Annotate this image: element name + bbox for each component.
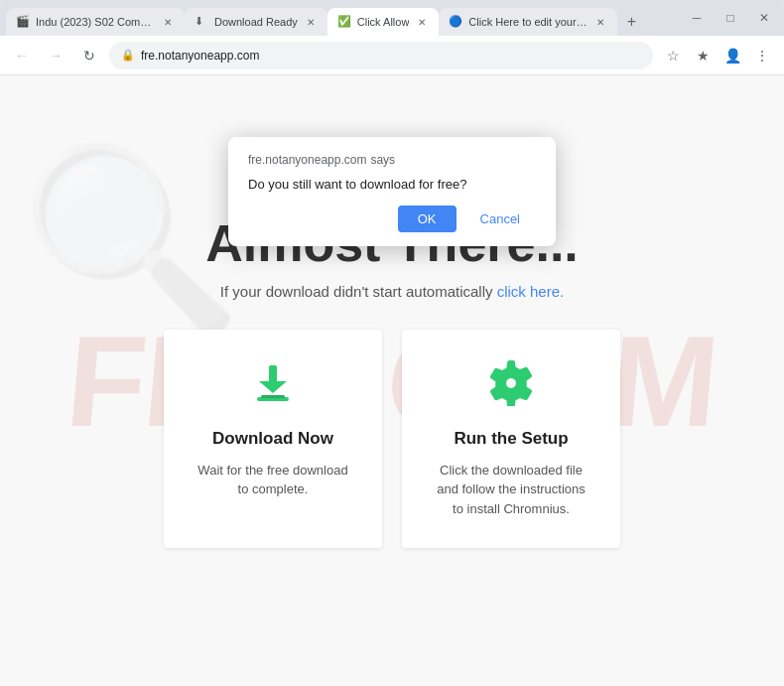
download-now-card: Download Now Wait for the free download …	[164, 330, 382, 549]
star-button[interactable]: ★	[689, 42, 717, 69]
svg-point-4	[506, 378, 516, 388]
run-setup-desc: Click the downloaded file and follow the…	[432, 461, 590, 519]
close-button[interactable]: ✕	[750, 4, 778, 32]
tab-movie-title: Indu (2023) S02 Comple...	[36, 16, 155, 28]
tab-allow[interactable]: ✅ Click Allow ✕	[327, 8, 440, 36]
main-content-area: Almost There... If your download didn't …	[0, 194, 784, 569]
svg-marker-2	[259, 381, 287, 393]
tab-download[interactable]: ⬇ Download Ready ✕	[185, 8, 327, 36]
address-bar[interactable]: 🔒 fre.notanyoneapp.com	[109, 42, 653, 69]
dialog-buttons: OK Cancel	[248, 206, 536, 232]
forward-button[interactable]: →	[42, 42, 69, 69]
new-tab-button[interactable]: +	[617, 8, 645, 36]
toolbar-actions: ☆ ★ 👤 ⋮	[659, 42, 776, 69]
download-now-desc: Wait for the free download to complete.	[194, 461, 352, 499]
refresh-icon: ↻	[83, 48, 95, 64]
click-here-link[interactable]: click here.	[497, 283, 565, 300]
bookmark-button[interactable]: ☆	[659, 42, 687, 69]
refresh-button[interactable]: ↻	[75, 42, 103, 69]
tab-edit-favicon: 🔵	[449, 15, 462, 29]
run-setup-card: Run the Setup Click the downloaded file …	[402, 330, 620, 549]
tab-edit-close[interactable]: ✕	[593, 15, 607, 29]
window-controls: ─ □ ✕	[683, 4, 778, 32]
minimize-button[interactable]: ─	[683, 4, 711, 32]
tab-movie-close[interactable]: ✕	[161, 15, 175, 29]
nav-bar: ← → ↻ 🔒 fre.notanyoneapp.com ☆ ★ 👤 ⋮	[0, 36, 784, 75]
forward-icon: →	[49, 48, 63, 64]
dialog-box: fre.notanyoneapp.com says Do you still w…	[228, 137, 556, 246]
tab-edit[interactable]: 🔵 Click Here to edit your Li... ✕	[439, 8, 617, 36]
back-button[interactable]: ←	[8, 42, 36, 69]
tab-download-favicon: ⬇	[195, 15, 208, 29]
dialog-domain: fre.notanyoneapp.com	[248, 153, 366, 167]
tab-download-title: Download Ready	[214, 16, 298, 28]
dialog-ok-button[interactable]: OK	[398, 206, 457, 232]
tab-download-close[interactable]: ✕	[304, 15, 318, 29]
subtitle-text: If your download didn't start automatica…	[220, 283, 497, 300]
new-tab-icon: +	[627, 13, 636, 31]
dialog-says-label: says	[370, 153, 395, 167]
tab-movie-favicon: 🎬	[16, 15, 30, 29]
tabs-container: 🎬 Indu (2023) S02 Comple... ✕ ⬇ Download…	[6, 0, 679, 36]
dialog-message: Do you still want to download for free?	[248, 177, 536, 192]
page-subtitle: If your download didn't start automatica…	[20, 283, 764, 300]
star-icon: ★	[697, 48, 710, 64]
tab-allow-title: Click Allow	[357, 16, 410, 28]
person-button[interactable]: 👤	[719, 42, 746, 69]
tab-edit-title: Click Here to edit your Li...	[468, 16, 588, 28]
bookmark-icon: ☆	[667, 48, 680, 64]
menu-button[interactable]: ⋮	[748, 42, 776, 69]
person-icon: 👤	[724, 48, 741, 64]
dialog-cancel-button[interactable]: Cancel	[464, 206, 536, 232]
address-text: fre.notanyoneapp.com	[141, 49, 259, 63]
back-icon: ←	[15, 48, 29, 64]
download-icon	[249, 359, 297, 417]
svg-rect-3	[261, 395, 285, 398]
tab-movie[interactable]: 🎬 Indu (2023) S02 Comple... ✕	[6, 8, 185, 36]
download-now-title: Download Now	[212, 429, 333, 449]
gear-icon	[487, 359, 535, 417]
run-setup-title: Run the Setup	[454, 429, 568, 449]
tab-allow-close[interactable]: ✕	[415, 15, 429, 29]
tab-allow-favicon: ✅	[337, 15, 351, 29]
maximize-button[interactable]: □	[717, 4, 744, 32]
menu-icon: ⋮	[755, 48, 769, 64]
title-bar: 🎬 Indu (2023) S02 Comple... ✕ ⬇ Download…	[0, 0, 784, 36]
browser-window: 🎬 Indu (2023) S02 Comple... ✕ ⬇ Download…	[0, 0, 784, 686]
lock-icon: 🔒	[121, 49, 135, 62]
page-content: FISH.CO.M 🔍 Almost There... If your down…	[0, 75, 784, 686]
cards-row: Download Now Wait for the free download …	[20, 330, 764, 549]
